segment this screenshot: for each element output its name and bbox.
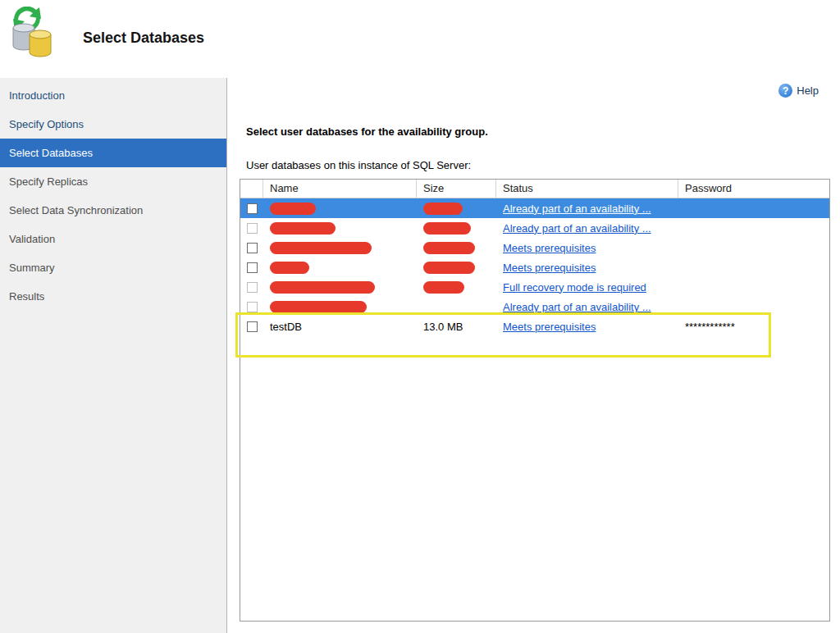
db-password-cell — [678, 238, 829, 257]
row-checkbox[interactable] — [247, 262, 258, 273]
redaction-mark — [270, 222, 336, 235]
checkbox-cell — [240, 316, 263, 336]
table-header: Name Size Status Password — [240, 180, 829, 198]
db-name-cell — [263, 297, 417, 316]
sidebar-item-select-databases[interactable]: Select Databases — [0, 139, 226, 167]
redaction-mark — [270, 301, 367, 313]
db-size-cell — [417, 218, 496, 238]
column-header-checkbox[interactable] — [240, 180, 263, 198]
redaction-mark — [423, 262, 475, 274]
sidebar-item-results[interactable]: Results — [0, 282, 226, 311]
row-checkbox — [247, 282, 258, 293]
db-size-cell — [417, 257, 496, 277]
sidebar-item-select-data-synchronization[interactable]: Select Data Synchronization — [0, 196, 226, 225]
status-link[interactable]: Meets prerequisites — [503, 242, 596, 254]
db-status-cell: Meets prerequisites — [496, 316, 678, 336]
table-row[interactable]: Meets prerequisites — [240, 238, 829, 257]
redaction-mark — [270, 281, 375, 294]
redaction-mark — [423, 222, 471, 235]
table-row-testdb[interactable]: testDB13.0 MBMeets prerequisites********… — [240, 316, 829, 336]
wizard-steps: IntroductionSpecify OptionsSelect Databa… — [0, 78, 227, 633]
redaction-mark — [270, 262, 309, 274]
checkbox-cell — [240, 218, 263, 238]
column-header-status[interactable]: Status — [496, 180, 678, 198]
table-row[interactable]: Already part of an availability ... — [240, 198, 829, 218]
db-name-cell — [263, 277, 417, 297]
db-size-cell: 13.0 MB — [417, 316, 496, 336]
column-header-name[interactable]: Name — [263, 180, 417, 198]
db-status-cell: Meets prerequisites — [496, 238, 678, 257]
db-size-cell — [417, 198, 496, 218]
instruction-text: Select user databases for the availabili… — [246, 125, 488, 138]
sidebar-item-specify-options[interactable]: Specify Options — [0, 110, 226, 139]
status-link[interactable]: Full recovery mode is required — [503, 281, 646, 294]
column-header-password[interactable]: Password — [678, 180, 829, 198]
row-checkbox[interactable] — [247, 243, 258, 253]
db-size-cell — [417, 277, 496, 297]
db-password-cell — [678, 297, 829, 316]
database-table: Name Size Status Password Already part o… — [240, 179, 830, 622]
db-status-cell: Already part of an availability ... — [496, 297, 678, 316]
help-icon: ? — [778, 84, 792, 98]
help-link[interactable]: ? Help — [778, 84, 819, 98]
db-name-cell — [263, 198, 417, 218]
row-checkbox — [247, 302, 258, 312]
redaction-mark — [423, 242, 475, 254]
table-row[interactable]: Full recovery mode is required — [240, 277, 829, 297]
table-row[interactable]: Meets prerequisites — [240, 257, 829, 277]
column-header-size[interactable]: Size — [417, 180, 496, 198]
sidebar-item-specify-replicas[interactable]: Specify Replicas — [0, 167, 226, 196]
db-table-body: Already part of an availability ...Alrea… — [240, 198, 829, 336]
db-name-cell — [263, 218, 417, 238]
help-label: Help — [797, 84, 819, 97]
redaction-mark — [423, 281, 464, 294]
db-name-cell — [263, 257, 417, 277]
content-pane: ? Help Select user databases for the ava… — [228, 78, 840, 633]
checkbox-cell — [240, 257, 263, 277]
db-status-cell: Already part of an availability ... — [496, 218, 678, 238]
db-password-cell — [678, 257, 829, 277]
db-name-cell — [263, 238, 417, 257]
checkbox-cell — [240, 277, 263, 297]
status-link[interactable]: Already part of an availability ... — [503, 301, 651, 313]
row-checkbox[interactable] — [247, 203, 258, 214]
db-status-cell: Full recovery mode is required — [496, 277, 678, 297]
list-label: User databases on this instance of SQL S… — [246, 159, 471, 171]
db-password-cell — [678, 218, 829, 238]
table-row[interactable]: Already part of an availability ... — [240, 218, 829, 238]
page-title: Select Databases — [83, 30, 204, 47]
db-size-cell — [417, 297, 496, 316]
db-size-cell — [417, 238, 496, 257]
table-row[interactable]: Already part of an availability ... — [240, 297, 829, 316]
redaction-mark — [270, 203, 316, 215]
checkbox-cell — [240, 297, 263, 316]
wizard-header: Select Databases — [0, 0, 840, 78]
sidebar-item-introduction[interactable]: Introduction — [0, 81, 226, 110]
row-checkbox[interactable] — [247, 321, 258, 332]
sidebar-item-summary[interactable]: Summary — [0, 253, 226, 282]
status-link[interactable]: Already part of an availability ... — [503, 203, 651, 215]
redaction-mark — [423, 203, 463, 215]
db-status-cell: Already part of an availability ... — [496, 198, 678, 218]
sidebar-item-validation[interactable]: Validation — [0, 225, 226, 253]
db-password-cell — [678, 198, 829, 218]
status-link[interactable]: Meets prerequisites — [503, 262, 596, 274]
availability-group-icon — [8, 7, 56, 59]
db-status-cell: Meets prerequisites — [496, 257, 678, 277]
row-checkbox — [247, 223, 258, 234]
db-password-cell — [678, 277, 829, 297]
checkbox-cell — [240, 238, 263, 257]
checkbox-cell — [240, 198, 263, 218]
status-link[interactable]: Already part of an availability ... — [503, 222, 651, 235]
status-link[interactable]: Meets prerequisites — [503, 321, 596, 333]
redaction-mark — [270, 242, 372, 254]
db-name-cell: testDB — [263, 316, 417, 336]
db-password-cell: ************ — [678, 316, 829, 336]
